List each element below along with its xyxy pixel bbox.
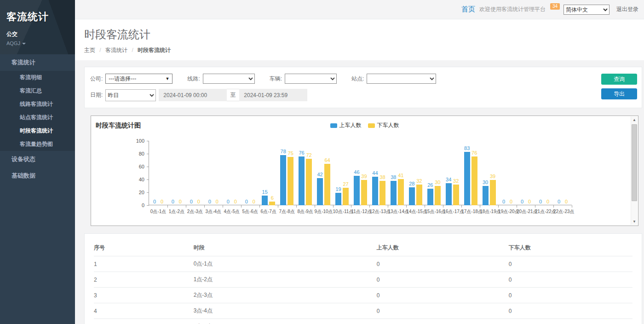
date-end-input[interactable]: 2024-01-09 23:59 (239, 89, 307, 101)
sidebar-item-passenger-stats[interactable]: 客流统计 (0, 54, 75, 71)
company-select[interactable]: ---请选择--- ▼ (105, 74, 172, 84)
bar-value-label: 28 (409, 181, 414, 186)
y-axis-tick (147, 141, 149, 141)
bar-group: 463911点-12点 (351, 141, 369, 205)
bar-value-label: 30 (435, 179, 440, 185)
table-row: 21点-2点00 (94, 272, 632, 288)
x-axis-label: 7点-8点 (278, 208, 296, 215)
vehicle-label: 车辆: (270, 75, 282, 83)
export-button[interactable]: 导出 (601, 88, 637, 99)
chevron-down-icon (22, 43, 26, 45)
y-axis-tick (147, 205, 149, 206)
y-axis-label: 40 (131, 177, 144, 182)
bar-value-label: 0 (190, 199, 193, 204)
sidebar-subitem[interactable]: 线路客流统计 (0, 98, 75, 111)
bar-value-label: 39 (361, 174, 367, 179)
bar-value-label: 75 (288, 150, 293, 156)
sidebar-subitem[interactable]: 客流汇总 (0, 84, 75, 98)
date-preset-select[interactable]: 昨日 (105, 89, 156, 101)
logout-link[interactable]: 退出登录 (616, 6, 638, 13)
home-link[interactable]: 首页 (461, 5, 475, 14)
legend-swatch (330, 123, 337, 128)
sidebar-item[interactable]: 基础数据 (0, 168, 75, 184)
scrollbar-up-arrow-icon[interactable]: ▲ (631, 116, 638, 123)
table-cell: 1 (94, 256, 194, 272)
x-axis-label: 1点-2点 (167, 208, 186, 215)
station-select[interactable] (367, 74, 436, 84)
bar-value-label: 0 (565, 199, 568, 204)
legend-item[interactable]: 下车人数 (368, 122, 399, 129)
bar-value-label: 0 (153, 199, 156, 204)
chart-plot: 000点-1点001点-2点002点-3点003点-4点004点-5点005点-… (149, 141, 572, 205)
date-start-input[interactable]: 2024-01-09 00:00 (159, 89, 227, 101)
x-axis-label: 2点-3点 (186, 208, 204, 215)
sidebar-subitem[interactable]: 站点客流统计 (0, 111, 75, 124)
scrollbar-down-arrow-icon[interactable]: ▼ (631, 218, 638, 225)
bar: 44 (372, 177, 378, 205)
breadcrumb-passenger-stats[interactable]: 客流统计 (105, 47, 127, 53)
bar-value-label: 0 (208, 199, 211, 204)
bar-group: 263015点-16点 (425, 141, 443, 205)
vehicle-select[interactable] (285, 74, 337, 84)
bar-group: 837617点-18点 (461, 141, 480, 205)
line-label: 线路: (187, 75, 200, 83)
user-menu[interactable]: AQGJ (6, 40, 69, 46)
line-select[interactable] (203, 74, 255, 84)
table-cell: 5 (94, 319, 194, 324)
bar-value-label: 0 (510, 199, 512, 204)
bar-value-label: 44 (372, 170, 378, 176)
bar-value-label: 78 (281, 149, 286, 154)
header-index: 序号 (94, 240, 194, 256)
bar-value-label: 76 (299, 150, 304, 156)
bar-value-label: 38 (391, 174, 396, 180)
bar-value-label: 15 (262, 189, 268, 195)
chart-scrollbar[interactable]: ▲ ▼ (631, 116, 638, 225)
dropdown-triangle-icon: ▼ (165, 76, 169, 81)
sidebar-sections: 设备状态基础数据 (0, 151, 75, 184)
table-cell: 0 (509, 256, 632, 272)
legend-item[interactable]: 上车人数 (330, 122, 362, 129)
content: 公司: ---请选择--- ▼ 线路: 车辆: 站点: 日期: 昨日 2024-… (75, 60, 644, 324)
bar-value-label: 0 (558, 199, 560, 204)
bar-group: 384113点-14点 (388, 141, 406, 205)
bar: 75 (288, 157, 293, 205)
chart-legend: 上车人数下车人数 (330, 122, 399, 129)
bar: 64 (324, 164, 330, 205)
bar: 26 (427, 189, 433, 205)
bar-group: 42649点-10点 (315, 141, 333, 205)
bar-group: 1566点-7点 (259, 141, 278, 205)
scrollbar-thumb[interactable] (632, 124, 637, 201)
x-axis-label: 0点-1点 (149, 208, 167, 215)
notification-badge: 34 (550, 3, 560, 10)
bar-value-label: 32 (453, 178, 459, 184)
user-name: AQGJ (6, 40, 20, 46)
breadcrumb-home[interactable]: 主页 (84, 47, 95, 53)
search-button[interactable]: 查询 (601, 74, 637, 85)
header-period: 时段 (194, 240, 377, 256)
bar-value-label: 0 (216, 199, 218, 204)
sidebar-subitem[interactable]: 客流量趋势图 (0, 138, 75, 151)
sidebar-item[interactable]: 设备状态 (0, 151, 75, 168)
sidebar-subitem[interactable]: 时段客流统计 (0, 124, 75, 138)
bar-value-label: 6 (271, 195, 274, 201)
language-select[interactable]: 简体中文 (564, 5, 610, 15)
x-axis-label: 21点-22点 (535, 208, 553, 215)
bar: 38 (380, 181, 385, 205)
table-row: 54点-5点00 (94, 319, 632, 324)
bar-group: 003点-4点 (204, 141, 223, 205)
bar-value-label: 0 (245, 199, 248, 204)
bar: 72 (306, 159, 312, 205)
bar-value-label: 0 (502, 199, 505, 204)
x-axis-label: 22点-23点 (553, 208, 572, 215)
bar-value-label: 0 (546, 199, 549, 204)
bar: 34 (446, 183, 452, 205)
bar: 39 (490, 180, 496, 205)
breadcrumb-separator: / (99, 47, 101, 53)
x-axis-label: 4点-5点 (223, 208, 241, 215)
bar: 41 (398, 179, 404, 205)
date-label: 日期: (90, 91, 103, 99)
topbar: 首页 欢迎使用客流统计管理平台 34 简体中文 退出登录 (75, 0, 644, 19)
table-cell: 3点-4点 (194, 303, 377, 319)
sidebar-subitem[interactable]: 客流明细 (0, 71, 75, 84)
bar: 46 (354, 176, 360, 205)
